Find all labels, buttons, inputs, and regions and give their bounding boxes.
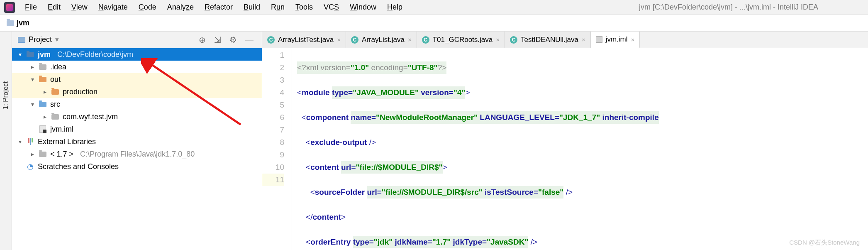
- project-view-icon: [18, 37, 25, 43]
- tree-jdk[interactable]: ▸ < 1.7 > C:\Program Files\Java\jdk1.7.0…: [12, 148, 262, 160]
- gear-icon[interactable]: ⚙: [227, 35, 239, 45]
- tree-production[interactable]: ▸ production: [12, 86, 262, 98]
- panel-title[interactable]: Project: [29, 35, 52, 44]
- tab-label: T01_GCRoots.java: [433, 36, 493, 44]
- close-icon[interactable]: ×: [631, 36, 635, 43]
- jdk-icon: [39, 152, 46, 157]
- code-editor[interactable]: 1 2 3 4 5 6 7 8 9 10 11 <?xml version="1…: [262, 48, 868, 250]
- class-icon: C: [422, 36, 429, 44]
- editor-tabs: C ArrayListTest.java × C ArrayList.java …: [262, 32, 868, 48]
- tree-package[interactable]: ▸ com.wyf.test.jvm: [12, 110, 262, 123]
- tree-node-label: out: [50, 75, 61, 84]
- tab-arraylisttest[interactable]: C ArrayListTest.java ×: [262, 32, 346, 48]
- tree-node-label: production: [63, 88, 98, 96]
- chevron-down-icon[interactable]: ▾: [29, 76, 35, 83]
- menu-build[interactable]: Build: [239, 1, 265, 13]
- chevron-right-icon[interactable]: ▸: [42, 88, 48, 95]
- chevron-right-icon[interactable]: ▸: [29, 151, 35, 157]
- chevron-down-icon[interactable]: ▾: [17, 138, 23, 145]
- tab-jvm-iml[interactable]: jvm.iml ×: [591, 32, 640, 48]
- folder-icon: [39, 64, 46, 70]
- tree-node-path: C:\DevFolder\code\jvm: [54, 50, 133, 59]
- chevron-right-icon[interactable]: ▸: [29, 64, 35, 70]
- class-icon: C: [510, 36, 517, 44]
- menu-file[interactable]: File: [20, 1, 42, 13]
- chevron-down-icon[interactable]: ▾: [55, 35, 59, 44]
- menu-vcs[interactable]: VCS: [319, 1, 344, 13]
- menu-code[interactable]: Code: [134, 1, 161, 13]
- menu-edit[interactable]: Edit: [43, 1, 66, 13]
- menu-refactor[interactable]: Refactor: [200, 1, 238, 13]
- menu-view[interactable]: View: [66, 1, 93, 13]
- tab-arraylist[interactable]: C ArrayList.java ×: [346, 32, 417, 48]
- chevron-down-icon[interactable]: ▾: [29, 101, 35, 108]
- code-line: <sourceFolder url="file://$MODULE_DIR$/s…: [297, 186, 868, 199]
- left-tool-strip[interactable]: 1: Project: [0, 32, 12, 250]
- scratches-icon: ◔: [26, 163, 34, 170]
- watermark: CSDN @石头StoneWang: [789, 239, 860, 247]
- close-icon[interactable]: ×: [337, 36, 341, 43]
- line-gutter: 1 2 3 4 5 6 7 8 9 10 11: [262, 48, 292, 250]
- close-icon[interactable]: ×: [408, 36, 412, 43]
- line-number: 6: [262, 111, 284, 124]
- tree-node-label: .idea: [50, 63, 66, 71]
- menu-tools[interactable]: Tools: [290, 1, 318, 13]
- menu-navigate[interactable]: Navigate: [93, 1, 133, 13]
- tree-node-label: External Libraries: [38, 137, 96, 146]
- src-folder-icon: [39, 102, 46, 107]
- code-line: <exclude-output />: [297, 136, 868, 149]
- tree-node-label: jvm.iml: [50, 125, 73, 134]
- project-tree[interactable]: ▾ jvm C:\DevFolder\code\jvm ▸ .idea ▾ ou…: [12, 48, 262, 250]
- chevron-down-icon[interactable]: ▾: [17, 51, 23, 58]
- line-number: 3: [262, 74, 284, 86]
- line-number: 4: [262, 86, 284, 99]
- code-line: <orderEntry type="jdk" jdkName="1.7" jdk…: [297, 236, 868, 248]
- tree-src[interactable]: ▾ src: [12, 98, 262, 110]
- tab-testideanull[interactable]: C TestIDEANUll.java ×: [505, 32, 591, 48]
- hide-icon[interactable]: —: [243, 35, 256, 44]
- iml-file-icon: [596, 36, 602, 43]
- tree-idea[interactable]: ▸ .idea: [12, 61, 262, 73]
- code-line: <component name="NewModuleRootManager" L…: [297, 111, 868, 124]
- menu-run[interactable]: Run: [266, 1, 290, 13]
- libraries-icon: [28, 138, 33, 145]
- line-number: 10: [262, 161, 284, 174]
- intellij-icon: [4, 2, 15, 13]
- package-icon: [51, 114, 59, 120]
- tab-label: ArrayList.java: [362, 36, 405, 44]
- class-icon: C: [267, 36, 275, 44]
- menu-analyze[interactable]: Analyze: [162, 1, 199, 13]
- folder-icon: [51, 89, 59, 95]
- line-number: 8: [262, 136, 284, 149]
- code-content[interactable]: <?xml version="1.0" encoding="UTF-8"?> <…: [292, 48, 868, 250]
- close-icon[interactable]: ×: [496, 36, 500, 43]
- tree-node-label: src: [50, 100, 60, 109]
- line-number: 2: [262, 61, 284, 74]
- tree-out[interactable]: ▾ out: [12, 73, 262, 86]
- line-number: 9: [262, 149, 284, 161]
- tree-iml-file[interactable]: jvm.iml: [12, 123, 262, 135]
- tree-scratches[interactable]: ◔ Scratches and Consoles: [12, 160, 262, 173]
- out-folder-icon: [39, 77, 46, 82]
- class-icon: C: [351, 36, 358, 44]
- window-title: jvm [C:\DevFolder\code\jvm] - ...\jvm.im…: [639, 3, 864, 12]
- collapse-icon[interactable]: ⇲: [212, 35, 224, 45]
- chevron-right-icon[interactable]: ▸: [42, 113, 48, 120]
- tree-node-label: jvm: [38, 50, 51, 59]
- project-tool-label[interactable]: 1: Project: [2, 81, 10, 110]
- menu-window[interactable]: Window: [345, 1, 381, 13]
- tree-node-label: com.wyf.test.jvm: [63, 113, 118, 121]
- project-panel: Project ▾ ⊕ ⇲ ⚙ — ▾ jvm C:\DevFolder\cod…: [12, 32, 262, 250]
- line-number: 7: [262, 124, 284, 136]
- module-icon: [7, 20, 14, 26]
- breadcrumb-project[interactable]: jvm: [17, 19, 29, 27]
- line-number: 5: [262, 99, 284, 111]
- tab-gcroots[interactable]: C T01_GCRoots.java ×: [417, 32, 505, 48]
- tree-external-libraries[interactable]: ▾ External Libraries: [12, 135, 262, 148]
- tab-label: TestIDEANUll.java: [521, 36, 578, 44]
- close-icon[interactable]: ×: [582, 36, 585, 43]
- code-line: </content>: [297, 211, 868, 223]
- menu-help[interactable]: Help: [382, 1, 407, 13]
- locate-icon[interactable]: ⊕: [196, 35, 208, 45]
- tree-root-jvm[interactable]: ▾ jvm C:\DevFolder\code\jvm: [12, 48, 262, 61]
